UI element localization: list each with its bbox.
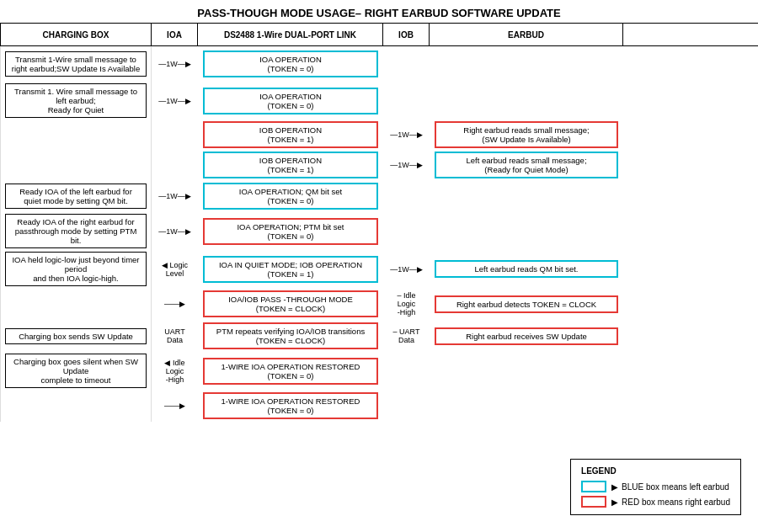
ds-box-1: IOA OPERATION(TOKEN = 0) bbox=[203, 88, 378, 114]
ioa-arrow-0: —1W—▶ bbox=[152, 60, 198, 68]
ds-cell-9: 1-WIRE IOA OPERATION RESTORED(TOKEN = 0) bbox=[198, 356, 383, 386]
iob-arrow-3: —1W—▶ bbox=[383, 161, 430, 169]
legend-title: LEGEND bbox=[581, 466, 730, 476]
charging-box-4: Ready IOA of the left earbud forquiet mo… bbox=[5, 184, 147, 209]
earbud-cell-3: Left earbud reads small message;(Ready f… bbox=[430, 150, 623, 180]
diagram-container: Transmit 1-Wire small message to right e… bbox=[0, 46, 758, 422]
legend-area: LEGEND ▶ BLUE box means left earbud ▶ RE… bbox=[570, 459, 741, 515]
header-ds: DS2488 1-Wire DUAL-PORT LINK bbox=[198, 24, 383, 45]
ds-cell-4: IOA OPERATION; QM bit set(TOKEN = 0) bbox=[198, 181, 383, 211]
header-charging-box: CHARGING BOX bbox=[0, 24, 152, 45]
earbud-cell-6: Left earbud reads QM bit set. bbox=[430, 258, 623, 279]
flow-row: ——▶IOA/IOB PASS -THROUGH MODE(TOKEN = CL… bbox=[0, 288, 758, 320]
iob-arrow-8: – UART Data bbox=[383, 327, 430, 344]
flow-row: Ready IOA of the right earbud forpassthr… bbox=[0, 212, 758, 250]
ds-box-8: PTM repeats verifying IOA/IOB transition… bbox=[203, 322, 378, 349]
iob-arrow-7: – Idle Logic -High bbox=[383, 291, 430, 317]
page-title: PASS-THOUGH MODE USAGE– RIGHT EARBUD SOF… bbox=[0, 0, 758, 23]
flow-row: ——▶1-WIRE IOA OPERATION RESTORED(TOKEN =… bbox=[0, 390, 758, 422]
ds-cell-0: IOA OPERATION(TOKEN = 0) bbox=[198, 49, 383, 79]
legend-blue: ▶ BLUE box means left earbud bbox=[581, 481, 730, 492]
earbud-cell-4 bbox=[430, 194, 623, 198]
charging-box-9: Charging box goes silent when SW Updatec… bbox=[5, 354, 147, 388]
earbud-cell-7: Right earbud detects TOKEN = CLOCK bbox=[430, 294, 623, 315]
charging-cell-8: Charging box sends SW Update bbox=[0, 320, 152, 352]
ds-cell-3: IOB OPERATION(TOKEN = 1) bbox=[198, 150, 383, 180]
ds-box-7: IOA/IOB PASS -THROUGH MODE(TOKEN = CLOCK… bbox=[203, 290, 378, 317]
earbud-cell-8: Right earbud receives SW Update bbox=[430, 326, 623, 347]
ds-cell-2: IOB OPERATION(TOKEN = 1) bbox=[198, 120, 383, 150]
ds-box-3: IOB OPERATION(TOKEN = 1) bbox=[203, 152, 378, 178]
ds-cell-10: 1-WIRE IOA OPERATION RESTORED(TOKEN = 0) bbox=[198, 391, 383, 421]
ds-box-9: 1-WIRE IOA OPERATION RESTORED(TOKEN = 0) bbox=[203, 358, 378, 385]
charging-box-5: Ready IOA of the right earbud forpassthr… bbox=[5, 214, 147, 248]
earbud-cell-0 bbox=[430, 62, 623, 66]
flow-row: Ready IOA of the left earbud forquiet mo… bbox=[0, 180, 758, 212]
ioa-arrow-6: ◀ Logic Level bbox=[152, 261, 198, 278]
earbud-cell-1 bbox=[430, 99, 623, 103]
ds-box-10: 1-WIRE IOA OPERATION RESTORED(TOKEN = 0) bbox=[203, 392, 378, 419]
legend-red-box bbox=[581, 496, 606, 508]
iob-arrow-2: —1W—▶ bbox=[383, 130, 430, 139]
ioa-arrow-4: —1W—▶ bbox=[152, 192, 198, 200]
flow-row: Transmit 1. Wire small message to left e… bbox=[0, 82, 758, 120]
ioa-arrow-7: ——▶ bbox=[152, 300, 198, 308]
ds-cell-8: PTM repeats verifying IOA/IOB transition… bbox=[198, 321, 383, 351]
charging-box-8: Charging box sends SW Update bbox=[5, 328, 147, 344]
earbud-box-2: Right earbud reads small message;(SW Upd… bbox=[435, 121, 618, 148]
charging-cell-7 bbox=[0, 288, 152, 320]
ioa-arrow-9: ◀ Idle Logic -High bbox=[152, 359, 198, 384]
charging-cell-9: Charging box goes silent when SW Updatec… bbox=[0, 352, 152, 390]
ioa-arrow-5: —1W—▶ bbox=[152, 227, 198, 236]
flow-row: IOB OPERATION(TOKEN = 1)—1W—▶Right earbu… bbox=[0, 120, 758, 150]
charging-box-6: IOA held logic-low just beyond timer per… bbox=[5, 252, 147, 286]
legend-blue-label: BLUE box means left earbud bbox=[622, 482, 729, 492]
ds-cell-5: IOA OPERATION; PTM bit set(TOKEN = 0) bbox=[198, 216, 383, 247]
legend-red-arrow: ▶ bbox=[611, 497, 618, 507]
header-iob: IOB bbox=[383, 24, 430, 45]
ds-box-0: IOA OPERATION(TOKEN = 0) bbox=[203, 51, 378, 77]
earbud-box-7: Right earbud detects TOKEN = CLOCK bbox=[435, 295, 618, 313]
iob-arrow-6: —1W—▶ bbox=[383, 265, 430, 274]
legend-blue-box bbox=[581, 481, 606, 492]
charging-box-0: Transmit 1-Wire small message to right e… bbox=[5, 51, 147, 77]
earbud-cell-10 bbox=[430, 404, 623, 407]
charging-cell-4: Ready IOA of the left earbud forquiet mo… bbox=[0, 180, 152, 212]
legend-blue-arrow: ▶ bbox=[611, 482, 618, 492]
ds-cell-7: IOA/IOB PASS -THROUGH MODE(TOKEN = CLOCK… bbox=[198, 289, 383, 319]
ioa-arrow-8: UART Data bbox=[152, 327, 198, 344]
charging-cell-5: Ready IOA of the right earbud forpassthr… bbox=[0, 212, 152, 250]
charging-cell-6: IOA held logic-low just beyond timer per… bbox=[0, 250, 152, 288]
charging-cell-3 bbox=[0, 150, 152, 180]
earbud-cell-9 bbox=[430, 370, 623, 373]
ds-cell-1: IOA OPERATION(TOKEN = 0) bbox=[198, 86, 383, 116]
charging-box-1: Transmit 1. Wire small message to left e… bbox=[5, 83, 147, 118]
flow-row: Charging box sends SW UpdateUART DataPTM… bbox=[0, 320, 758, 352]
ioa-arrow-10: ——▶ bbox=[152, 402, 198, 410]
ds-cell-6: IOA IN QUIET MODE; IOB OPERATION(TOKEN =… bbox=[198, 254, 383, 285]
charging-cell-10 bbox=[0, 390, 152, 422]
charging-cell-1: Transmit 1. Wire small message to left e… bbox=[0, 82, 152, 120]
ds-box-2: IOB OPERATION(TOKEN = 1) bbox=[203, 121, 378, 148]
flow-row: IOB OPERATION(TOKEN = 1)—1W—▶Left earbud… bbox=[0, 150, 758, 180]
ds-box-5: IOA OPERATION; PTM bit set(TOKEN = 0) bbox=[203, 218, 378, 245]
legend-red-label: RED box means right earbud bbox=[622, 497, 730, 507]
ds-box-4: IOA OPERATION; QM bit set(TOKEN = 0) bbox=[203, 183, 378, 210]
flow-row: Charging box goes silent when SW Updatec… bbox=[0, 352, 758, 390]
legend-red: ▶ RED box means right earbud bbox=[581, 496, 730, 508]
header-ioa: IOA bbox=[152, 24, 198, 45]
ioa-arrow-1: —1W—▶ bbox=[152, 97, 198, 105]
charging-cell-0: Transmit 1-Wire small message to right e… bbox=[0, 46, 152, 82]
earbud-cell-2: Right earbud reads small message;(SW Upd… bbox=[430, 120, 623, 150]
ds-box-6: IOA IN QUIET MODE; IOB OPERATION(TOKEN =… bbox=[203, 256, 378, 283]
earbud-cell-5 bbox=[430, 230, 623, 233]
flow-row: IOA held logic-low just beyond timer per… bbox=[0, 250, 758, 288]
header-earbud: EARBUD bbox=[430, 24, 623, 45]
charging-cell-2 bbox=[0, 120, 152, 150]
earbud-box-6: Left earbud reads QM bit set. bbox=[435, 260, 618, 278]
earbud-box-8: Right earbud receives SW Update bbox=[435, 327, 618, 345]
earbud-box-3: Left earbud reads small message;(Ready f… bbox=[435, 152, 618, 178]
flow-row: Transmit 1-Wire small message to right e… bbox=[0, 46, 758, 82]
